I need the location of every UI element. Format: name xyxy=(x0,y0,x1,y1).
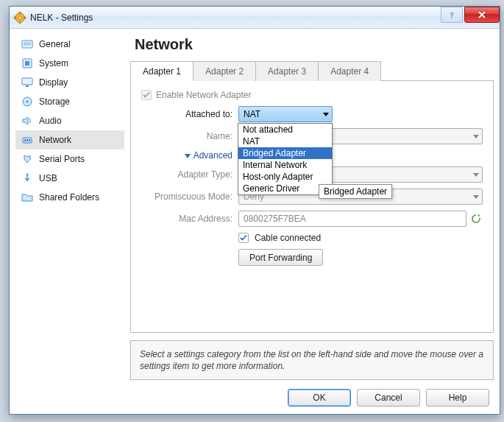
sidebar-item-storage[interactable]: Storage xyxy=(15,92,124,111)
enable-adapter-label: Enable Network Adapter xyxy=(156,90,251,100)
svg-point-14 xyxy=(26,101,29,103)
chevron-down-icon xyxy=(323,113,329,116)
sidebar-item-network[interactable]: Network xyxy=(15,130,124,150)
svg-rect-2 xyxy=(19,12,21,13)
svg-rect-4 xyxy=(15,17,16,18)
network-icon xyxy=(21,134,33,146)
sidebar-item-label: General xyxy=(39,39,71,49)
dropdown-option[interactable]: Host-only Adapter xyxy=(238,171,332,183)
chevron-down-icon xyxy=(473,135,479,138)
svg-rect-8 xyxy=(24,42,31,46)
sidebar-item-shared-folders[interactable]: Shared Folders xyxy=(15,188,124,207)
svg-rect-5 xyxy=(24,17,26,18)
general-icon xyxy=(21,38,33,50)
sidebar-item-general[interactable]: General xyxy=(15,35,124,54)
sidebar-item-usb[interactable]: USB xyxy=(15,169,124,188)
dropdown-option[interactable]: NAT xyxy=(238,136,332,147)
name-label: Name: xyxy=(141,131,238,141)
sidebar-item-label: Audio xyxy=(39,116,62,126)
storage-icon xyxy=(21,96,33,108)
mac-address-field[interactable]: 0800275F7BEA xyxy=(238,211,466,227)
svg-rect-10 xyxy=(25,61,29,66)
chevron-down-icon xyxy=(473,173,479,177)
refresh-mac-button[interactable] xyxy=(469,212,483,225)
usb-icon xyxy=(21,172,33,184)
svg-rect-3 xyxy=(19,21,21,23)
dropdown-option[interactable]: Internal Network xyxy=(238,159,332,171)
cable-connected-label: Cable connected xyxy=(255,233,321,243)
settings-sidebar: General System Display Storage Audio xyxy=(15,35,124,380)
sidebar-item-label: System xyxy=(39,58,68,68)
adapter-tabs: Adapter 1 Adapter 2 Adapter 3 Adapter 4 xyxy=(130,60,494,81)
help-button[interactable]: Help xyxy=(426,389,489,407)
hint-box: Select a settings category from the list… xyxy=(130,340,494,380)
adapter-type-label: Adapter Type: xyxy=(141,169,238,180)
svg-text:?: ? xyxy=(450,10,454,19)
dropdown-option[interactable]: Not attached xyxy=(238,124,332,136)
sidebar-item-label: Storage xyxy=(39,96,70,107)
sidebar-item-display[interactable]: Display xyxy=(15,73,124,92)
svg-rect-12 xyxy=(26,85,29,87)
attached-to-combo[interactable]: NAT xyxy=(238,106,333,122)
attached-to-label: Attached to: xyxy=(141,109,238,119)
tab-adapter-2[interactable]: Adapter 2 xyxy=(193,61,256,81)
dropdown-option-selected[interactable]: Bridged Adapter xyxy=(238,147,332,159)
disclosure-triangle-icon xyxy=(185,154,191,158)
title-bar[interactable]: NELK - Settings ? xyxy=(10,7,500,29)
svg-rect-16 xyxy=(24,139,26,141)
advanced-toggle[interactable]: Advanced xyxy=(141,150,238,161)
app-icon xyxy=(14,12,26,24)
sidebar-item-label: USB xyxy=(39,173,57,183)
tooltip: Bridged Adapter xyxy=(319,184,392,199)
svg-rect-17 xyxy=(26,139,28,141)
settings-dialog: NELK - Settings ? General System xyxy=(9,6,500,415)
enable-adapter-checkbox[interactable] xyxy=(141,90,152,100)
svg-rect-11 xyxy=(22,78,32,85)
dialog-buttons: OK Cancel Help xyxy=(15,386,494,408)
adapter-panel: Enable Network Adapter Attached to: NAT … xyxy=(130,81,494,333)
dropdown-option[interactable]: Generic Driver xyxy=(238,183,332,194)
sidebar-item-label: Network xyxy=(39,135,71,145)
ok-button[interactable]: OK xyxy=(288,389,351,407)
window-title: NELK - Settings xyxy=(30,13,93,23)
audio-icon xyxy=(21,115,33,127)
mac-address-label: Mac Address: xyxy=(141,214,238,224)
display-icon xyxy=(21,77,33,88)
port-forwarding-button[interactable]: Port Forwarding xyxy=(238,249,323,266)
tab-adapter-4[interactable]: Adapter 4 xyxy=(318,61,381,81)
page-title: Network xyxy=(135,36,494,53)
folder-icon xyxy=(21,191,33,203)
sidebar-item-label: Display xyxy=(39,77,68,88)
chevron-down-icon xyxy=(473,195,479,199)
cable-connected-checkbox[interactable] xyxy=(238,233,249,243)
mac-address-value: 0800275F7BEA xyxy=(244,214,306,224)
sidebar-item-system[interactable]: System xyxy=(15,54,124,73)
attached-to-value: NAT xyxy=(244,109,260,119)
tab-adapter-3[interactable]: Adapter 3 xyxy=(255,61,319,81)
sidebar-item-audio[interactable]: Audio xyxy=(15,111,124,130)
sidebar-item-label: Shared Folders xyxy=(39,192,99,203)
cancel-button[interactable]: Cancel xyxy=(357,389,420,407)
svg-rect-18 xyxy=(29,139,30,141)
tab-adapter-1[interactable]: Adapter 1 xyxy=(130,61,194,81)
svg-point-1 xyxy=(18,15,21,18)
serial-icon xyxy=(21,153,33,165)
system-icon xyxy=(21,57,33,69)
close-button[interactable] xyxy=(464,7,500,23)
help-button[interactable]: ? xyxy=(441,7,463,23)
sidebar-item-serial-ports[interactable]: Serial Ports xyxy=(15,150,124,169)
promiscuous-mode-label: Promiscuous Mode: xyxy=(141,191,238,202)
settings-main: Network Adapter 1 Adapter 2 Adapter 3 Ad… xyxy=(130,35,494,380)
sidebar-item-label: Serial Ports xyxy=(39,154,85,164)
